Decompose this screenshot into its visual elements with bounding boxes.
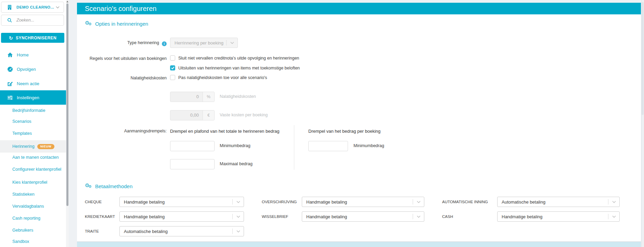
latefee-checkbox-row[interactable]: Pas nalatigheidskosten toe voor alle sce… — [170, 75, 267, 80]
percent-suffix: % — [203, 92, 214, 102]
sidebar-item-label: Home — [17, 52, 29, 57]
chevron-down-icon — [608, 201, 619, 203]
sidebar: DEMO CLEARNO... ↻ SYNCHRONISEREN Home — [0, 0, 66, 247]
search-box — [1, 15, 64, 26]
percent-hint: Nalatigheidskosten — [220, 94, 256, 99]
building-icon — [7, 5, 12, 10]
gears-icon: ⚙⚙ — [85, 183, 92, 189]
rule1-checkbox-row[interactable]: Sluit niet vervallen creditnota's uitde … — [170, 55, 299, 61]
refresh-icon: ↻ — [9, 36, 13, 40]
sidebar-item-vervaldagbalans[interactable]: Vervaldagbalans — [0, 204, 66, 209]
nalatigheidskosten-label: Nalatigheidskosten — [77, 76, 167, 80]
sidebar-item-label: Herinnering — [12, 144, 35, 149]
gears-icon: ⚙⚙ — [85, 21, 92, 27]
min-per-booking-hint: Minimumbedrag — [353, 143, 384, 148]
type-herinnering-select[interactable]: Herrinnering per boeking — [170, 38, 238, 48]
home-icon — [7, 52, 13, 58]
wisselbrief-label: WISSELBRIEF — [262, 214, 288, 219]
scrollbar-up-arrow-icon[interactable] — [66, 1, 68, 2]
sidebar-item-statistieken[interactable]: Statistieken — [0, 192, 66, 197]
section-title-betaalmethoden: ⚙⚙ Betaalmethoden — [85, 183, 132, 189]
min-total-value[interactable] — [170, 141, 215, 151]
min-total-input[interactable]: € — [170, 141, 215, 151]
max-total-value[interactable] — [170, 159, 215, 169]
fixed-hint: Vaste kosten per boeking — [220, 113, 268, 117]
search-input[interactable] — [16, 18, 72, 23]
synchronize-button[interactable]: ↻ SYNCHRONISEREN — [1, 33, 64, 43]
threshold-col1-title: Drempel en plafond van het totale te her… — [170, 129, 279, 134]
min-per-booking-input[interactable]: € — [308, 141, 348, 151]
regels-label: Regels voor het uitsluiten van boekingen — [77, 56, 167, 61]
sidebar-scrollbar-thumb[interactable] — [66, 3, 68, 206]
chevron-down-icon — [227, 42, 237, 44]
chevron-down-icon — [233, 201, 244, 203]
sidebar-item-configureer-klantenprofiel[interactable]: Configureer klantenprofiel — [0, 167, 66, 172]
sidebar-item-opvolgen[interactable]: Opvolgen — [0, 65, 66, 73]
sidebar-item-herinnering[interactable]: Herinnering NIEUW — [0, 140, 66, 153]
content-card: ⚙⚙ Opties in herinneringen Type herinner… — [77, 14, 641, 242]
main-panel: Scenario's configureren ⚙⚙ Opties in her… — [77, 3, 641, 247]
section-title-opties: ⚙⚙ Opties in herinneringen — [85, 21, 148, 27]
sidebar-item-neem-actie[interactable]: Neem actie — [0, 80, 66, 87]
traite-label: TRAITE — [85, 229, 99, 233]
cheque-select[interactable]: Handmatige betaling — [119, 197, 244, 207]
edit-icon — [7, 81, 13, 87]
sidebar-item-label: Neem actie — [17, 81, 39, 86]
sidebar-item-aan-te-manen-contacten[interactable]: Aan te manen contacten — [0, 155, 66, 160]
max-total-input[interactable]: € — [170, 159, 215, 169]
min-total-hint: Minimumbedrag — [220, 143, 250, 148]
euro-suffix: € — [203, 110, 214, 120]
max-total-hint: Maximaal bedrag — [220, 161, 253, 166]
traite-select[interactable]: Automatische betaling — [119, 226, 244, 236]
sidebar-item-cash-reporting[interactable]: Cash reporting — [0, 216, 66, 221]
kredietkaart-select[interactable]: Handmatige betaling — [119, 211, 244, 222]
latefee-fixed-input[interactable]: 0,00 € — [170, 110, 215, 120]
kredietkaart-label: KREDIETKAART — [85, 214, 115, 219]
sidebar-item-sandbox[interactable]: Sandbox — [0, 239, 66, 244]
checkbox-unchecked[interactable] — [170, 55, 175, 61]
page-scrollbar-thumb[interactable] — [642, 2, 644, 115]
sidebar-item-bedrijfsinformatie[interactable]: Bedrijfsinformatie — [0, 108, 66, 113]
automatische-inning-label: AUTOMATISCHE INNING — [442, 200, 488, 204]
gauge-icon — [7, 66, 13, 72]
column-divider — [294, 125, 294, 170]
cash-select[interactable]: Handmatige betaling — [497, 211, 620, 222]
sidebar-item-templates[interactable]: Templates — [0, 131, 66, 136]
company-name: DEMO CLEARNO... — [16, 5, 54, 9]
sidebar-item-home[interactable]: Home — [0, 51, 66, 58]
chevron-down-icon — [233, 216, 244, 218]
sidebar-item-scenarios[interactable]: Scenarios — [0, 119, 66, 124]
cheque-label: CHEQUE — [85, 200, 102, 204]
automatische-inning-select[interactable]: Automatische betaling — [497, 197, 620, 207]
overschrijving-select[interactable]: Handmatige betaling — [302, 197, 424, 207]
app-window: DEMO CLEARNO... ↻ SYNCHRONISEREN Home — [0, 0, 644, 247]
sliders-icon — [7, 95, 13, 101]
page-title: Scenario's configureren — [77, 3, 641, 14]
checkbox-unchecked[interactable] — [170, 75, 175, 80]
aanmaningsdrempels-label: Aanmaningsdrempels: — [77, 129, 167, 133]
latefee-percent-input[interactable]: 0 % — [170, 92, 215, 102]
nieuw-badge: NIEUW — [37, 144, 55, 149]
sidebar-item-label: Opvolgen — [17, 67, 36, 72]
checkbox-checked[interactable] — [170, 65, 175, 70]
overschrijving-label: OVERSCHRIJVING — [262, 200, 297, 204]
type-herinnering-label: Type herinneringi — [77, 40, 167, 46]
chevron-down-icon — [413, 216, 424, 218]
synchronize-label: SYNCHRONISEREN — [16, 36, 56, 40]
wisselbrief-select[interactable]: Handmatige betaling — [302, 211, 424, 222]
sidebar-item-instellingen[interactable]: Instellingen — [0, 90, 66, 105]
info-icon[interactable]: i — [162, 41, 167, 46]
chevron-down-icon — [413, 201, 424, 203]
sidebar-item-label: Instellingen — [17, 95, 39, 100]
search-icon — [7, 18, 12, 23]
sidebar-item-kies-klantenprofiel[interactable]: Kies klantenprofiel — [0, 180, 66, 185]
company-dropdown[interactable]: DEMO CLEARNO... — [1, 2, 64, 13]
chevron-down-icon — [608, 216, 619, 218]
min-per-booking-value[interactable] — [309, 141, 348, 151]
chevron-down-icon — [56, 6, 60, 9]
threshold-col2-title: Drempel van het bedrag per boeking — [308, 129, 381, 134]
sidebar-item-gebruikers[interactable]: Gebruikers — [0, 228, 66, 233]
chevron-down-icon — [233, 230, 244, 233]
rule2-checkbox-row[interactable]: Uitsluiten van herinneringen van items m… — [170, 65, 300, 70]
cash-label: CASH — [442, 214, 453, 219]
